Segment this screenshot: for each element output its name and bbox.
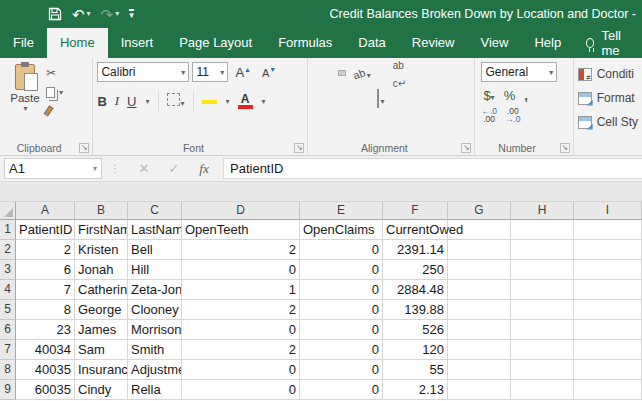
borders-button[interactable]: ▾	[167, 93, 185, 109]
row-header-7[interactable]: 7	[0, 340, 16, 360]
row-header-5[interactable]: 5	[0, 300, 16, 320]
tab-formulas[interactable]: Formulas	[265, 28, 345, 58]
cell-G2[interactable]	[448, 240, 511, 260]
orientation-button[interactable]: ab▾	[353, 64, 370, 82]
cell-B8[interactable]: Insurance	[75, 360, 128, 380]
cell-D6[interactable]: 0	[182, 320, 300, 340]
cell-F8[interactable]: 55	[383, 360, 448, 380]
cell-G5[interactable]	[448, 300, 511, 320]
row-header-1[interactable]: 1	[0, 220, 16, 240]
bold-button[interactable]: B	[97, 94, 106, 109]
cell-D3[interactable]: 0	[182, 260, 300, 280]
cell-A9[interactable]: 60035	[16, 380, 75, 400]
row-header-9[interactable]: 9	[0, 380, 16, 400]
conditional-formatting-button[interactable]: Conditi	[578, 62, 638, 86]
cell-C6[interactable]: Morrison	[128, 320, 182, 340]
cell-G3[interactable]	[448, 260, 511, 280]
customize-quick-access-button[interactable]: ▾	[129, 9, 134, 19]
font-color-button[interactable]: A	[238, 94, 253, 109]
align-right-button[interactable]	[338, 97, 344, 101]
cell-E6[interactable]: 0	[300, 320, 383, 340]
cell-B5[interactable]: George	[75, 300, 128, 320]
cell-C8[interactable]: Adjustme	[128, 360, 182, 380]
cell-C1[interactable]: LastName	[128, 220, 182, 240]
tab-review[interactable]: Review	[399, 28, 468, 58]
decrease-font-size-button[interactable]: A▼	[258, 65, 280, 80]
cell-H3[interactable]	[511, 260, 574, 280]
tab-page-layout[interactable]: Page Layout	[166, 28, 265, 58]
tab-insert[interactable]: Insert	[108, 28, 167, 58]
formula-input[interactable]: PatientID	[223, 158, 642, 179]
column-header-H[interactable]: H	[511, 202, 574, 220]
decrease-decimal-button[interactable]: .00→.0	[505, 107, 521, 123]
number-format-combo[interactable]: General▾	[481, 62, 557, 82]
increase-decimal-button[interactable]: ←.0.00	[481, 107, 497, 123]
cancel-button[interactable]: ✕	[129, 161, 159, 176]
percent-style-button[interactable]: %	[504, 88, 516, 103]
column-header-D[interactable]: D	[182, 202, 300, 220]
row-header-3[interactable]: 3	[0, 260, 16, 280]
tab-data[interactable]: Data	[345, 28, 398, 58]
cell-D9[interactable]: 0	[182, 380, 300, 400]
bottom-align-button[interactable]	[338, 70, 346, 76]
enter-button[interactable]: ✓	[159, 161, 189, 176]
cell-I6[interactable]	[574, 320, 642, 340]
cell-B6[interactable]: James	[75, 320, 128, 340]
cell-C2[interactable]: Bell	[128, 240, 182, 260]
cell-A2[interactable]: 2	[16, 240, 75, 260]
cell-F6[interactable]: 526	[383, 320, 448, 340]
cell-B9[interactable]: Cindy	[75, 380, 128, 400]
increase-font-size-button[interactable]: A▲	[231, 65, 255, 80]
cell-E1[interactable]: OpenClaims	[300, 220, 383, 240]
column-header-C[interactable]: C	[128, 202, 182, 220]
font-dialog-launcher-icon[interactable]: ↘	[294, 143, 304, 153]
cell-D2[interactable]: 2	[182, 240, 300, 260]
accounting-format-button[interactable]: $▾	[483, 88, 494, 103]
cell-C3[interactable]: Hill	[128, 260, 182, 280]
column-header-B[interactable]: B	[75, 202, 128, 220]
cell-A5[interactable]: 8	[16, 300, 75, 320]
cell-H6[interactable]	[511, 320, 574, 340]
number-dialog-launcher-icon[interactable]: ↘	[560, 143, 570, 153]
cell-E9[interactable]: 0	[300, 380, 383, 400]
comma-style-button[interactable]: ,	[524, 88, 528, 103]
align-center-button[interactable]	[325, 97, 331, 101]
cell-D7[interactable]: 2	[182, 340, 300, 360]
cell-E2[interactable]: 0	[300, 240, 383, 260]
cell-D4[interactable]: 1	[182, 280, 300, 300]
cell-A4[interactable]: 7	[16, 280, 75, 300]
column-header-F[interactable]: F	[383, 202, 448, 220]
row-header-8[interactable]: 8	[0, 360, 16, 380]
tab-home[interactable]: Home	[47, 28, 108, 58]
top-align-button[interactable]	[312, 71, 318, 75]
cell-A7[interactable]: 40034	[16, 340, 75, 360]
select-all-corner[interactable]	[0, 202, 16, 220]
fill-color-button[interactable]	[202, 99, 217, 104]
name-box[interactable]: A1▾	[4, 158, 102, 179]
tab-view[interactable]: View	[467, 28, 521, 58]
paste-button[interactable]: Paste ▾	[4, 62, 46, 113]
cell-A6[interactable]: 23	[16, 320, 75, 340]
cell-G8[interactable]	[448, 360, 511, 380]
cell-F3[interactable]: 250	[383, 260, 448, 280]
increase-indent-button[interactable]	[364, 97, 370, 101]
cell-E8[interactable]: 0	[300, 360, 383, 380]
row-header-6[interactable]: 6	[0, 320, 16, 340]
cell-G6[interactable]	[448, 320, 511, 340]
font-name-combo[interactable]: Calibri▾	[97, 62, 189, 82]
copy-button[interactable]: ▾	[46, 85, 86, 99]
save-icon[interactable]	[48, 7, 62, 21]
insert-function-button[interactable]: fx	[189, 161, 219, 177]
row-header-2[interactable]: 2	[0, 240, 16, 260]
cell-C9[interactable]: Rella	[128, 380, 182, 400]
cell-I8[interactable]	[574, 360, 642, 380]
cell-E3[interactable]: 0	[300, 260, 383, 280]
cell-F4[interactable]: 2884.48	[383, 280, 448, 300]
cell-H1[interactable]	[511, 220, 574, 240]
cell-I3[interactable]	[574, 260, 642, 280]
row-header-4[interactable]: 4	[0, 280, 16, 300]
cell-H4[interactable]	[511, 280, 574, 300]
cell-B1[interactable]: FirstName	[75, 220, 128, 240]
column-header-A[interactable]: A	[16, 202, 75, 220]
cell-F7[interactable]: 120	[383, 340, 448, 360]
